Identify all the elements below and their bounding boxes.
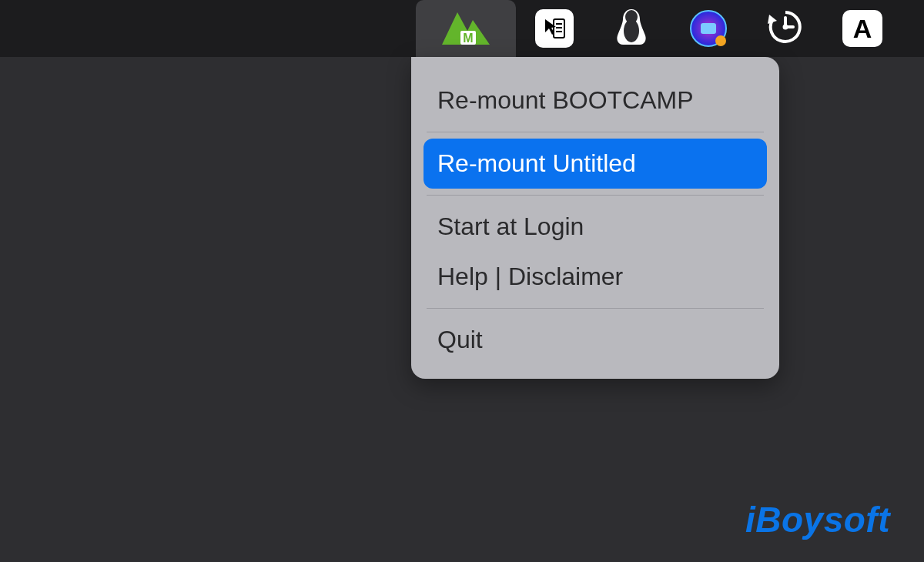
notification-badge-icon: [715, 35, 726, 46]
mounty-icon: M: [442, 9, 490, 48]
menubar: M: [0, 0, 924, 57]
menu-separator: [427, 195, 764, 196]
svg-point-9: [625, 10, 638, 24]
menu-separator: [427, 132, 764, 132]
menu-item-remount-bootcamp[interactable]: Re-mount BOOTCAMP: [424, 75, 767, 125]
cursor-app-icon: [535, 9, 574, 48]
penguin-icon: [614, 8, 649, 49]
input-source-a-icon: A: [842, 10, 882, 47]
menubar-item-cursor-app[interactable]: [516, 0, 593, 57]
svg-text:M: M: [463, 32, 473, 45]
menubar-item-mounty[interactable]: M: [416, 0, 516, 57]
menubar-item-timemachine[interactable]: [747, 0, 824, 57]
menubar-item-penguin[interactable]: [593, 0, 670, 57]
menu-item-start-at-login[interactable]: Start at Login: [424, 202, 767, 252]
menubar-item-swirl[interactable]: [670, 0, 747, 57]
menu-item-help-disclaimer[interactable]: Help | Disclaimer: [424, 252, 767, 302]
menu-item-quit[interactable]: Quit: [424, 315, 767, 365]
menu-item-remount-untitled[interactable]: Re-mount Untitled: [424, 139, 767, 189]
timemachine-icon: [766, 8, 805, 49]
watermark-text: iBoysoft: [745, 499, 890, 540]
mounty-dropdown-menu: Re-mount BOOTCAMP Re-mount Untitled Star…: [411, 57, 779, 379]
menu-separator: [427, 308, 764, 309]
swirl-icon: [690, 10, 727, 47]
menubar-item-input-a[interactable]: A: [824, 0, 901, 57]
